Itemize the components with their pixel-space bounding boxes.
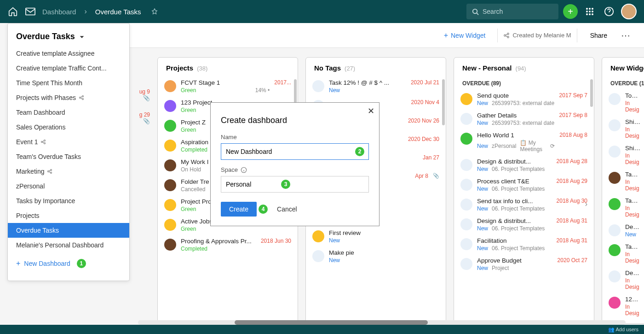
task-row[interactable]: DefineIn Desig: [602, 267, 644, 293]
task-row[interactable]: Task 5In Desig: [602, 240, 644, 267]
task-date: 2020 Nov 4: [411, 99, 439, 105]
svg-point-1: [473, 9, 477, 13]
chevron-right-icon[interactable]: ›: [585, 200, 587, 208]
avatar: [460, 159, 472, 171]
task-row[interactable]: FCVT Stage 1Green14% •2017...: [158, 76, 298, 96]
sidebar-item[interactable]: Time Spent This Month: [8, 76, 129, 90]
svg-point-22: [51, 170, 52, 171]
info-icon[interactable]: [241, 167, 247, 173]
avatar: [460, 258, 472, 270]
space-input[interactable]: [221, 176, 369, 193]
task-row[interactable]: Proofing & Approvals Pr...Completed2018 …: [158, 235, 298, 255]
task-tags: New265399753: external date: [477, 100, 555, 106]
task-row[interactable]: FacilitationNew06. Project Templates2018…: [454, 234, 594, 254]
tour-badge-2: 2: [355, 147, 364, 156]
user-avatar[interactable]: [621, 4, 637, 19]
sidebar-item[interactable]: Creative template Traffic Cont...: [8, 61, 129, 76]
bottombar: 👥 Add users: [0, 325, 644, 334]
task-row[interactable]: Hello World 1NewzPersonal📋 My Meetings⟳2…: [454, 129, 594, 155]
share-button[interactable]: Share: [583, 29, 615, 42]
task-tags: In Desig: [625, 251, 641, 264]
sidebar-item[interactable]: Marketing: [8, 164, 129, 179]
task-title: Design & distribut...: [477, 217, 552, 224]
column-title: New - Personal: [462, 64, 512, 72]
task-date: 2020 Nov 26: [408, 117, 439, 124]
task-tags: In Desig: [625, 179, 641, 192]
task-date: 2020 Dec 30: [408, 136, 439, 142]
task-date: 2018 Aug 28: [557, 158, 587, 164]
add-button[interactable]: +: [563, 4, 578, 19]
task-title: Shift A: [625, 118, 641, 125]
avatar: [609, 93, 621, 105]
created-by-label[interactable]: Created by Melanie M: [503, 32, 571, 39]
svg-point-23: [51, 172, 52, 174]
home-icon[interactable]: [7, 6, 18, 17]
dropdown-title[interactable]: Overdue Tasks: [8, 23, 129, 46]
task-row[interactable]: Shift BIn Desig: [602, 142, 644, 168]
name-input[interactable]: [221, 143, 369, 160]
sidebar-item[interactable]: Melanie's Personal Dashboard: [8, 238, 129, 252]
task-row[interactable]: Task 2In Desig: [602, 194, 644, 221]
new-dashboard-button[interactable]: + New Dashboard 1: [8, 252, 129, 275]
task-row[interactable]: First reviewNew: [306, 227, 446, 246]
svg-point-10: [592, 13, 593, 15]
sidebar-item[interactable]: Sales Operations: [8, 120, 129, 135]
horizontal-scrollbar[interactable]: [138, 320, 626, 325]
create-button[interactable]: Create: [221, 202, 257, 217]
breadcrumb-parent[interactable]: Dashboard: [42, 8, 76, 16]
more-icon[interactable]: ⋯: [618, 30, 633, 41]
task-row[interactable]: Task 1In Desig: [602, 168, 644, 194]
name-label: Name: [221, 134, 369, 141]
task-tags: New: [329, 237, 439, 244]
task-row[interactable]: Toss SaIn Desig: [602, 89, 644, 116]
task-row[interactable]: Send tax info to cli...New06. Project Te…: [454, 195, 594, 215]
task-row[interactable]: Make pieNew: [306, 246, 446, 266]
task-row[interactable]: Gather DetailsNew265399753: external dat…: [454, 109, 594, 129]
help-icon[interactable]: [602, 4, 616, 19]
column-count: (94): [516, 65, 526, 72]
svg-point-2: [586, 8, 588, 10]
sidebar-item[interactable]: Tasks by Importance: [8, 193, 129, 208]
task-row[interactable]: Send quoteNew265399753: external date201…: [454, 89, 594, 109]
task-row[interactable]: DesignNew: [602, 221, 644, 240]
svg-point-3: [589, 8, 591, 10]
sidebar-item[interactable]: Creative template Assignee: [8, 46, 129, 61]
sidebar-item[interactable]: Team's Overdue Tasks: [8, 149, 129, 164]
task-row[interactable]: Design & distribut...New06. Project Temp…: [454, 155, 594, 175]
chevron-right-icon: ›: [84, 7, 86, 16]
task-row[interactable]: Task 12% ! @ # $ ^ ...New2020 Jul 21: [306, 76, 446, 96]
new-widget-button[interactable]: + New Widget: [437, 29, 492, 42]
task-row[interactable]: 123 TasIn Desig: [602, 293, 644, 319]
task-row[interactable]: Approve BudgetNewProject2020 Oct 27: [454, 254, 594, 274]
task-row[interactable]: Design & distribut...New06. Project Temp…: [454, 215, 594, 234]
avatar: [460, 199, 472, 211]
avatar: [164, 80, 176, 92]
sidebar-item[interactable]: Projects with Phases: [8, 90, 129, 105]
apps-icon[interactable]: [582, 4, 597, 19]
task-title: Send quote: [477, 92, 555, 99]
task-tags: In Desig: [625, 205, 641, 218]
sidebar-item[interactable]: Overdue Tasks: [8, 223, 129, 238]
task-row[interactable]: Process client T&ENew06. Project Templat…: [454, 175, 594, 195]
pin-icon[interactable]: [151, 8, 158, 15]
task-tags: New06. Project Templates: [477, 166, 552, 172]
task-date: 2017 Sep 8: [559, 112, 587, 118]
add-users-button[interactable]: 👥 Add users: [608, 327, 638, 333]
sidebar-item[interactable]: Team Dashboard: [8, 105, 129, 120]
cancel-button[interactable]: Cancel: [271, 202, 303, 217]
task-row[interactable]: Shift AIn Desig: [602, 116, 644, 142]
close-icon[interactable]: ✕: [366, 106, 375, 116]
task-tags: Green: [181, 226, 256, 232]
task-date: 2018 Aug 30: [557, 198, 587, 204]
mail-icon[interactable]: [25, 6, 36, 17]
sidebar-item[interactable]: Event 1: [8, 135, 129, 149]
task-title: Hello World 1: [477, 132, 555, 139]
sidebar-item[interactable]: zPersonal: [8, 179, 129, 193]
avatar: [609, 119, 621, 131]
task-title: Send tax info to cli...: [477, 198, 552, 205]
svg-point-12: [504, 35, 506, 36]
space-label: Space: [221, 166, 369, 173]
sidebar-item[interactable]: Projects: [8, 208, 129, 223]
search-input[interactable]: Search: [466, 4, 558, 19]
task-date: Jan 27: [423, 154, 439, 161]
